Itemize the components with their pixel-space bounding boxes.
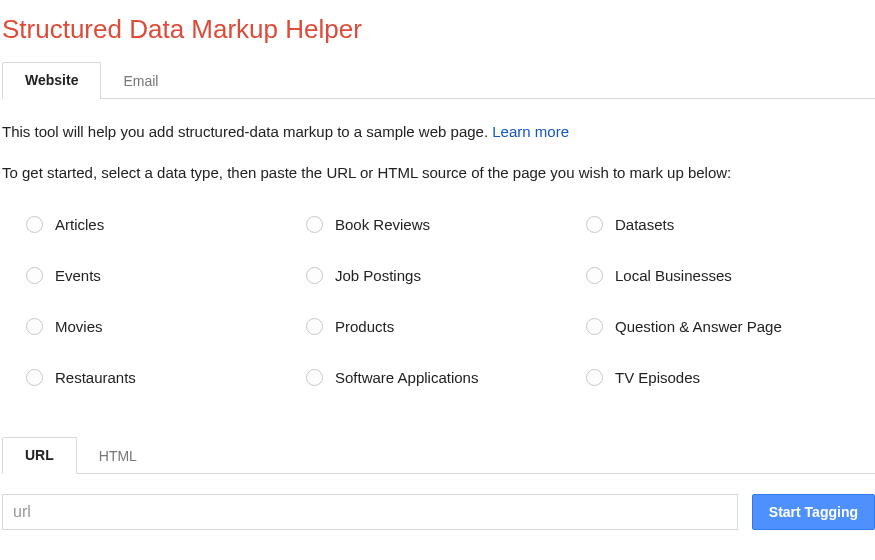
page-title: Structured Data Markup Helper (0, 0, 875, 63)
radio-label: Movies (55, 318, 103, 335)
radio-datasets[interactable]: Datasets (586, 216, 866, 233)
radio-icon (586, 318, 603, 335)
learn-more-link[interactable]: Learn more (492, 123, 569, 140)
radio-icon (26, 267, 43, 284)
radio-restaurants[interactable]: Restaurants (26, 369, 306, 386)
radio-icon (26, 318, 43, 335)
input-type-tabbar: URL HTML (2, 438, 875, 474)
radio-local-businesses[interactable]: Local Businesses (586, 267, 866, 284)
radio-icon (306, 369, 323, 386)
radio-label: Local Businesses (615, 267, 732, 284)
radio-icon (586, 369, 603, 386)
radio-icon (306, 216, 323, 233)
intro-text: This tool will help you add structured-d… (2, 123, 492, 140)
radio-software-applications[interactable]: Software Applications (306, 369, 586, 386)
radio-question-answer-page[interactable]: Question & Answer Page (586, 318, 866, 335)
radio-icon (26, 216, 43, 233)
radio-icon (586, 267, 603, 284)
radio-products[interactable]: Products (306, 318, 586, 335)
radio-book-reviews[interactable]: Book Reviews (306, 216, 586, 233)
radio-label: Software Applications (335, 369, 478, 386)
radio-label: TV Episodes (615, 369, 700, 386)
source-type-tabbar: Website Email (2, 63, 875, 99)
intro-block: This tool will help you add structured-d… (0, 99, 875, 188)
radio-label: Book Reviews (335, 216, 430, 233)
data-type-grid: Articles Book Reviews Datasets Events Jo… (0, 188, 875, 390)
radio-label: Articles (55, 216, 104, 233)
radio-icon (306, 267, 323, 284)
tab-website[interactable]: Website (2, 62, 101, 99)
tab-url[interactable]: URL (2, 437, 77, 474)
radio-label: Datasets (615, 216, 674, 233)
radio-icon (586, 216, 603, 233)
radio-label: Job Postings (335, 267, 421, 284)
input-row: Start Tagging (2, 494, 875, 530)
radio-label: Events (55, 267, 101, 284)
radio-job-postings[interactable]: Job Postings (306, 267, 586, 284)
start-tagging-button[interactable]: Start Tagging (752, 494, 875, 530)
tab-email[interactable]: Email (101, 64, 180, 99)
url-input[interactable] (2, 494, 738, 530)
radio-icon (306, 318, 323, 335)
radio-label: Restaurants (55, 369, 136, 386)
instructions-text: To get started, select a data type, then… (2, 162, 875, 185)
radio-events[interactable]: Events (26, 267, 306, 284)
tab-html[interactable]: HTML (77, 439, 159, 474)
radio-movies[interactable]: Movies (26, 318, 306, 335)
radio-articles[interactable]: Articles (26, 216, 306, 233)
radio-label: Question & Answer Page (615, 318, 782, 335)
radio-tv-episodes[interactable]: TV Episodes (586, 369, 866, 386)
radio-icon (26, 369, 43, 386)
radio-label: Products (335, 318, 394, 335)
